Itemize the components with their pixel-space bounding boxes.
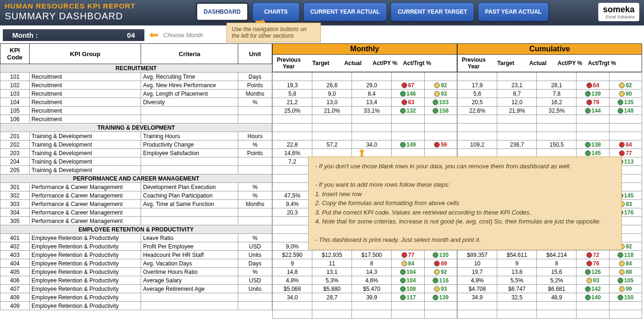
table-row xyxy=(273,310,457,319)
kpi-row: 404 Employee Retention & Productivity Av… xyxy=(0,259,272,268)
status-dot-icon xyxy=(433,252,438,258)
nav-buttons: DASHBOARD CHARTS CURRENT YEAR ACTUAL CUR… xyxy=(196,2,549,21)
data-cell xyxy=(458,149,497,157)
arrow-left-icon: ⬅ xyxy=(149,28,159,41)
data-cell: 23,1 xyxy=(497,81,537,90)
cy-actual-button[interactable]: CURRENT YEAR ACTUAL xyxy=(303,2,387,21)
page-title: SUMMARY DASHBOARD xyxy=(5,11,135,22)
kpi-row: 403 Employee Retention & Productivity He… xyxy=(0,251,272,259)
status-dot-icon xyxy=(618,99,623,105)
data-cell: 22,6% xyxy=(458,107,497,115)
kpi-row: 103 Recruitment Avg. Length of Placement… xyxy=(0,90,272,98)
choose-month-hint: Choose Month xyxy=(163,32,203,39)
data-cell: 14,8 xyxy=(273,268,312,276)
status-dot-icon xyxy=(586,82,592,88)
data-cell: $89.357 xyxy=(458,251,497,259)
col-unit: Unit xyxy=(238,44,272,64)
data-cell: 28,7 xyxy=(312,293,352,302)
status-dot-icon xyxy=(585,150,591,156)
status-dot-icon xyxy=(400,91,406,97)
month-selector[interactable]: Month : 04 xyxy=(3,29,144,41)
data-cell xyxy=(458,124,497,132)
data-cell: 47,5% xyxy=(273,191,312,200)
metric-cell: 72 xyxy=(577,251,609,259)
data-cell: 28,1 xyxy=(537,81,577,90)
py-actual-button[interactable]: PAST YEAR ACTUAL xyxy=(478,2,549,21)
col-actual-c: Actual xyxy=(522,55,554,72)
dashboard-button[interactable]: DASHBOARD xyxy=(196,2,249,21)
table-row: 22,6%21,9%32,5%144148 xyxy=(458,107,642,115)
status-dot-icon xyxy=(401,82,407,88)
table-row xyxy=(458,124,642,132)
metric-cell: 63 xyxy=(392,98,424,107)
kpi-row: 205 Training & Development xyxy=(0,166,272,174)
data-cell: $5.068 xyxy=(273,285,312,293)
metric-cell: 116 xyxy=(424,276,457,285)
col-actpy-c: Act/PY % xyxy=(554,55,586,72)
col-actpy: Act/PY % xyxy=(369,55,401,72)
monthly-header: Monthly xyxy=(272,43,457,55)
data-cell: $64.214 xyxy=(537,251,577,259)
metric-cell: 93 xyxy=(577,276,609,285)
metric-cell: 69 xyxy=(424,259,457,268)
kpi-row: 202 Training & Development Productivity … xyxy=(0,140,272,149)
status-dot-icon xyxy=(400,269,406,275)
data-cell: $5.880 xyxy=(312,285,352,293)
data-cell xyxy=(352,302,392,310)
data-cell: 25,0% xyxy=(273,107,312,115)
metric-cell: 150 xyxy=(609,293,642,302)
table-row: 5,68,77,813990 xyxy=(458,90,642,98)
metric-cell: 84 xyxy=(609,259,642,268)
metric-cell: 132 xyxy=(392,107,424,115)
metric-cell: 146 xyxy=(392,90,424,98)
data-cell xyxy=(312,124,352,132)
month-label: Month : xyxy=(12,31,38,39)
data-cell xyxy=(352,115,392,124)
data-cell: 150,5 xyxy=(537,140,577,149)
table-row: 34,932,548,9140150 xyxy=(458,293,642,302)
data-cell xyxy=(458,302,497,310)
data-cell: 5,3% xyxy=(312,276,352,285)
metric-cell: 139 xyxy=(424,293,457,302)
group-header: EMPLOYEE RETENTION & PRODUCTIVITY xyxy=(0,225,272,234)
metric-cell: 139 xyxy=(577,90,609,98)
data-cell: 17,9 xyxy=(458,81,497,90)
kpi-row: 301 Performance & Career Management Deve… xyxy=(0,183,272,191)
kpi-row: 408 Employee Retention & Productivity xyxy=(0,293,272,302)
status-dot-icon xyxy=(433,295,438,300)
status-dot-icon xyxy=(619,150,625,156)
data-cell: 21,9% xyxy=(497,107,537,115)
col-acttgt-c: Act/Trgt % xyxy=(586,55,618,72)
kpi-row: 407 Employee Retention & Productivity Av… xyxy=(0,285,272,293)
status-dot-icon xyxy=(585,108,591,114)
kpi-row: 102 Recruitment Avg. New Hires Performan… xyxy=(0,81,272,90)
cy-target-button[interactable]: CURRENT YEAR TARGET xyxy=(391,2,474,21)
table-row xyxy=(458,302,642,310)
metric-cell: 149 xyxy=(392,140,424,149)
instructions-tip: - If you don't use those blank rows in y… xyxy=(308,157,622,250)
status-dot-icon xyxy=(433,108,438,114)
table-row xyxy=(458,310,642,319)
app-header: HUMAN RESOURCES KPI REPORT SUMMARY DASHB… xyxy=(0,0,644,25)
table-row: 21,213,013,463103 xyxy=(273,98,457,107)
status-dot-icon xyxy=(434,91,440,97)
data-cell xyxy=(273,115,312,124)
data-cell: 4,6% xyxy=(352,276,392,285)
data-cell xyxy=(458,310,497,319)
status-dot-icon xyxy=(586,252,592,258)
col-py-c: Previous Year xyxy=(458,55,490,72)
month-selector-row: Month : 04 ⬅ Choose Month Use the naviga… xyxy=(0,25,644,43)
metric-cell: 64 xyxy=(577,81,609,90)
metric-cell: 135 xyxy=(424,251,457,259)
data-cell: 5,6 xyxy=(458,90,497,98)
data-cell xyxy=(273,225,312,234)
titles: HUMAN RESOURCES KPI REPORT SUMMARY DASHB… xyxy=(5,2,135,22)
metric-cell: 105 xyxy=(609,276,642,285)
table-row: 10987684 xyxy=(458,259,642,268)
status-dot-icon xyxy=(434,269,440,275)
data-cell: 29,0 xyxy=(352,81,392,90)
data-cell: 9 xyxy=(497,259,537,268)
data-cell: 19,3 xyxy=(273,81,312,90)
data-cell xyxy=(273,124,312,132)
table-row: 5,89,08,414693 xyxy=(273,90,457,98)
